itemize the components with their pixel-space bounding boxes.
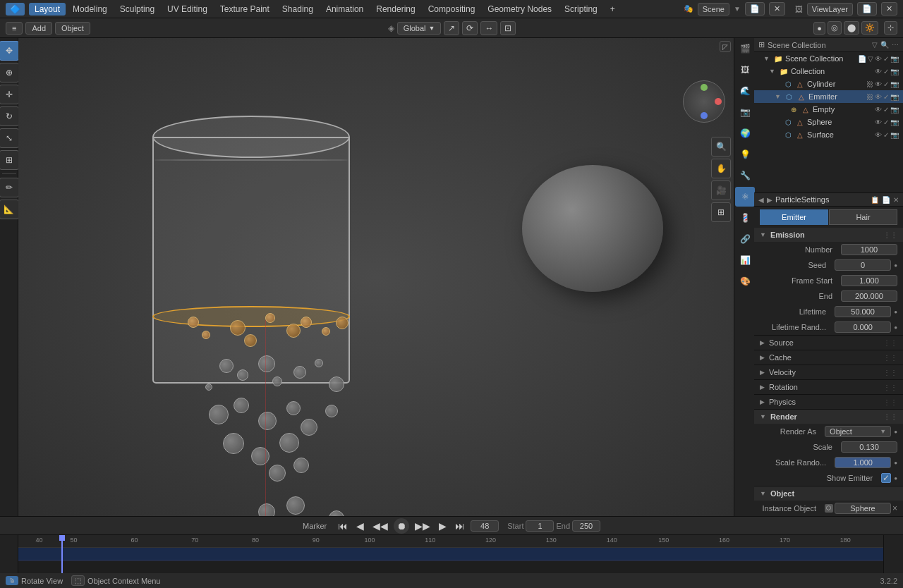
- menu-sculpting[interactable]: Sculpting: [114, 3, 160, 16]
- scene-selector[interactable]: Scene: [698, 3, 729, 16]
- transform-btn-2[interactable]: ⟳: [462, 21, 478, 35]
- emission-liferand-dot[interactable]: ●: [894, 324, 897, 331]
- outliner-item-emmiter[interactable]: ▼ ⬡ △ Emmiter ⛓ 👁 ✓ 📷: [754, 90, 903, 103]
- prop-tab-modifiers[interactable]: 🔧: [735, 166, 755, 185]
- expand-collection[interactable]: ▼: [769, 68, 775, 75]
- prop-tab-particles[interactable]: ⚛: [735, 187, 755, 207]
- nav-gizmo[interactable]: [683, 80, 725, 123]
- render-header[interactable]: ▼ Render ⋮⋮: [754, 410, 903, 424]
- tool-scale[interactable]: ⤡: [0, 128, 19, 148]
- particle-browse-icon[interactable]: 📋: [871, 196, 879, 204]
- viewport-shading-wire[interactable]: ◎: [828, 21, 842, 35]
- new-viewlayer-btn[interactable]: 📄: [857, 2, 877, 16]
- tool-move[interactable]: ✛: [0, 85, 19, 104]
- outliner-item-cylinder[interactable]: ▶ ⬡ △ Cylinder ⛓ 👁 ✓ 📷: [754, 78, 903, 90]
- menu-scripting[interactable]: Scripting: [559, 3, 603, 16]
- menu-layout[interactable]: Layout: [29, 3, 66, 16]
- emission-number-value[interactable]: 1000: [841, 244, 897, 255]
- menu-geometry-nodes[interactable]: Geometry Nodes: [482, 3, 557, 16]
- prop-tab-output[interactable]: 🖼: [735, 60, 755, 80]
- tool-transform[interactable]: ⊞: [0, 150, 19, 170]
- particle-back-icon[interactable]: ◀: [758, 196, 764, 204]
- prop-tab-object[interactable]: 💡: [735, 145, 755, 164]
- coll-eye-icon[interactable]: 👁: [875, 68, 882, 75]
- outliner-item-sphere[interactable]: ▶ ⬡ △ Sphere 👁 ✓ 📷: [754, 116, 903, 128]
- timeline-track[interactable]: 40 50 60 70 80 90 100 110 120 130 140 15…: [18, 535, 883, 573]
- emission-header[interactable]: ▼ Emission ⋮⋮: [754, 228, 903, 242]
- render-show-emitter-dot[interactable]: ●: [894, 475, 897, 482]
- render-as-dot[interactable]: ●: [894, 429, 897, 435]
- cylinder-links-icon[interactable]: ⛓: [866, 80, 873, 88]
- object-menu[interactable]: Object: [55, 22, 90, 35]
- coll-render-icon[interactable]: 📷: [890, 68, 899, 75]
- menu-shading[interactable]: Shading: [277, 3, 319, 16]
- prop-tab-material[interactable]: 🎨: [735, 271, 755, 291]
- transform-selector[interactable]: Global▼: [397, 22, 442, 35]
- menu-compositing[interactable]: Compositing: [423, 3, 481, 16]
- emmiter-eye-icon[interactable]: 👁: [875, 93, 882, 101]
- sphere-eye-icon[interactable]: 👁: [875, 118, 882, 126]
- emission-lifetime-dot[interactable]: ●: [894, 309, 897, 315]
- emitter-tab[interactable]: Emitter: [760, 209, 828, 225]
- viewport-shading-solid[interactable]: ●: [813, 22, 825, 35]
- jump-to-last-btn[interactable]: ⏭: [452, 519, 468, 533]
- camera-btn[interactable]: 🎥: [711, 180, 731, 200]
- surface-check-icon[interactable]: ✓: [883, 131, 889, 139]
- instance-object-clear[interactable]: ×: [892, 503, 897, 513]
- coll-check-icon[interactable]: ✓: [883, 68, 889, 75]
- blender-icon[interactable]: 🔷: [6, 3, 25, 16]
- play-btn[interactable]: ⏺: [394, 518, 409, 534]
- add-menu[interactable]: Add: [25, 22, 52, 35]
- scene-coll-new-icon[interactable]: 📄: [858, 55, 866, 63]
- grid-btn[interactable]: ⊞: [711, 202, 731, 222]
- toolbar-file-menu[interactable]: ≡: [6, 22, 23, 35]
- hair-tab[interactable]: Hair: [829, 209, 897, 225]
- scene-coll-check-icon[interactable]: ✓: [883, 55, 889, 63]
- menu-rendering[interactable]: Rendering: [370, 3, 420, 16]
- render-scale-rand-dot[interactable]: ●: [894, 460, 897, 466]
- transform-btn-4[interactable]: ⊡: [500, 21, 516, 35]
- outliner-item-scene-collection[interactable]: ▼ 📁 Scene Collection 📄 ▽ 👁 ✓ 📷: [754, 52, 903, 65]
- sphere-render-icon[interactable]: 📷: [890, 118, 899, 126]
- close-viewlayer-btn[interactable]: ✕: [881, 2, 897, 16]
- outliner-filter-icon[interactable]: ▽: [872, 41, 878, 49]
- zoom-in-btn[interactable]: 🔍: [711, 137, 731, 157]
- prop-tab-scene[interactable]: 📷: [735, 102, 755, 122]
- scene-coll-filter-icon[interactable]: ▽: [868, 55, 873, 63]
- prop-tab-constraints[interactable]: 🔗: [735, 229, 755, 249]
- menu-uv-editing[interactable]: UV Editing: [162, 3, 213, 16]
- scene-coll-eye-icon[interactable]: 👁: [875, 55, 882, 63]
- emission-lifetime-value[interactable]: 50.000: [835, 306, 891, 317]
- end-frame-display[interactable]: 250: [572, 520, 600, 532]
- outliner-search-icon[interactable]: 🔍: [880, 41, 889, 49]
- tool-rotate[interactable]: ↻: [0, 106, 19, 126]
- particle-unlink-icon[interactable]: ✕: [893, 196, 899, 204]
- scene-coll-render-icon[interactable]: 📷: [890, 55, 899, 63]
- play-forward-btn[interactable]: ▶▶: [412, 519, 433, 533]
- emission-seed-dot[interactable]: ●: [894, 262, 897, 269]
- empty-check-icon[interactable]: ✓: [883, 106, 889, 114]
- new-scene-btn[interactable]: 📄: [745, 2, 765, 16]
- prop-tab-data[interactable]: 📊: [735, 250, 755, 270]
- emission-seed-value[interactable]: 0: [835, 259, 891, 271]
- prop-tab-view-layer[interactable]: 🌊: [735, 81, 755, 101]
- cylinder-eye-icon[interactable]: 👁: [875, 80, 882, 88]
- prop-tab-render[interactable]: 🎬: [735, 39, 755, 59]
- viewport-shading-material[interactable]: ⬤: [844, 21, 859, 35]
- velocity-header[interactable]: ▶ Velocity ⋮⋮: [754, 365, 903, 379]
- viewport-shading-rendered[interactable]: 🔆: [861, 21, 878, 35]
- close-scene-btn[interactable]: ✕: [769, 2, 785, 16]
- source-header[interactable]: ▶ Source ⋮⋮: [754, 336, 903, 350]
- object-header[interactable]: ▼ Object: [754, 486, 903, 501]
- emmiter-check-icon[interactable]: ✓: [883, 93, 889, 101]
- menu-animation[interactable]: Animation: [320, 3, 369, 16]
- emmiter-links-icon[interactable]: ⛓: [866, 93, 873, 101]
- viewlayer-selector[interactable]: ViewLayer: [807, 3, 853, 16]
- expand-scene-collection[interactable]: ▼: [763, 55, 770, 62]
- transform-btn-1[interactable]: ↗: [444, 21, 459, 35]
- emission-framestart-value[interactable]: 1.000: [841, 275, 897, 286]
- render-scale-rand-value[interactable]: 1.000: [835, 457, 891, 468]
- outliner-item-surface[interactable]: ▶ ⬡ △ Surface 👁 ✓ 📷: [754, 128, 903, 141]
- next-frame-btn[interactable]: ▶: [436, 519, 449, 533]
- emission-liferand-value[interactable]: 0.000: [835, 321, 891, 333]
